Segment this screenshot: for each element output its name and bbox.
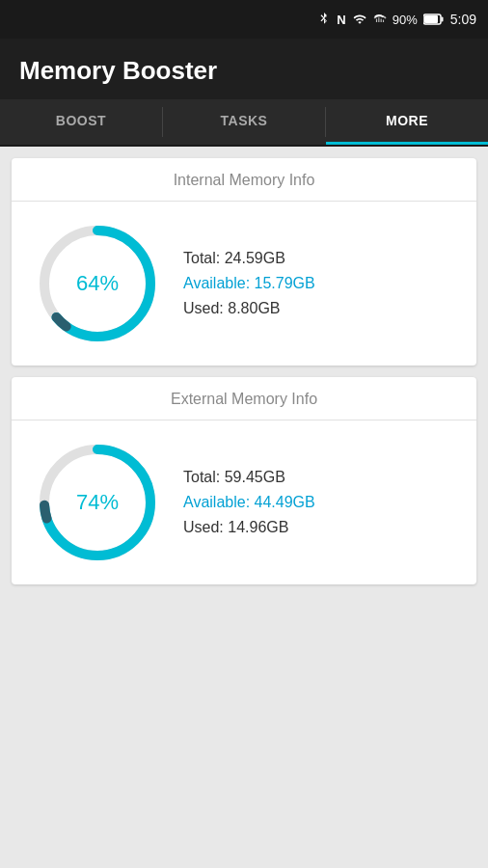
svg-rect-2 <box>424 15 438 23</box>
app-title: Memory Booster <box>19 56 469 86</box>
tab-boost[interactable]: BOOST <box>0 99 162 145</box>
internal-stats: Total: 24.59GB Available: 15.79GB Used: … <box>183 250 315 317</box>
bluetooth-icon <box>317 13 331 26</box>
tab-more[interactable]: MORE <box>326 99 488 145</box>
internal-memory-card: Internal Memory Info 64% Total: 24.59GB … <box>12 158 476 366</box>
external-total: Total: 59.45GB <box>183 469 315 486</box>
signal-icon <box>373 13 387 26</box>
internal-available: Available: 15.79GB <box>183 275 315 292</box>
internal-memory-title: Internal Memory Info <box>12 158 476 202</box>
external-stats: Total: 59.45GB Available: 44.49GB Used: … <box>183 469 315 536</box>
battery-icon <box>423 14 445 25</box>
external-memory-body: 74% Total: 59.45GB Available: 44.49GB Us… <box>12 420 476 584</box>
external-used: Used: 14.96GB <box>183 519 315 536</box>
status-time: 5:09 <box>450 12 476 27</box>
battery-percent: 90% <box>393 13 418 27</box>
external-memory-card: External Memory Info 74% Total: 59.45GB … <box>12 377 476 584</box>
tab-tasks[interactable]: TASKS <box>163 99 325 145</box>
tab-bar: BOOST TASKS MORE <box>0 99 488 147</box>
internal-memory-circle: 64% <box>35 221 160 346</box>
internal-total: Total: 24.59GB <box>183 250 315 267</box>
main-content: Internal Memory Info 64% Total: 24.59GB … <box>0 147 488 596</box>
wifi-icon <box>352 13 367 26</box>
external-memory-circle: 74% <box>35 440 160 565</box>
svg-rect-1 <box>441 17 443 22</box>
internal-used: Used: 8.80GB <box>183 300 315 317</box>
internal-percent: 64% <box>76 271 119 296</box>
n-icon: N <box>337 13 345 27</box>
internal-memory-body: 64% Total: 24.59GB Available: 15.79GB Us… <box>12 202 476 366</box>
external-percent: 74% <box>76 490 119 515</box>
external-memory-title: External Memory Info <box>12 377 476 420</box>
app-header: Memory Booster <box>0 39 488 99</box>
status-bar: N 90% 5:09 <box>0 0 488 39</box>
external-available: Available: 44.49GB <box>183 494 315 511</box>
status-icons: N 90% 5:09 <box>317 12 476 27</box>
